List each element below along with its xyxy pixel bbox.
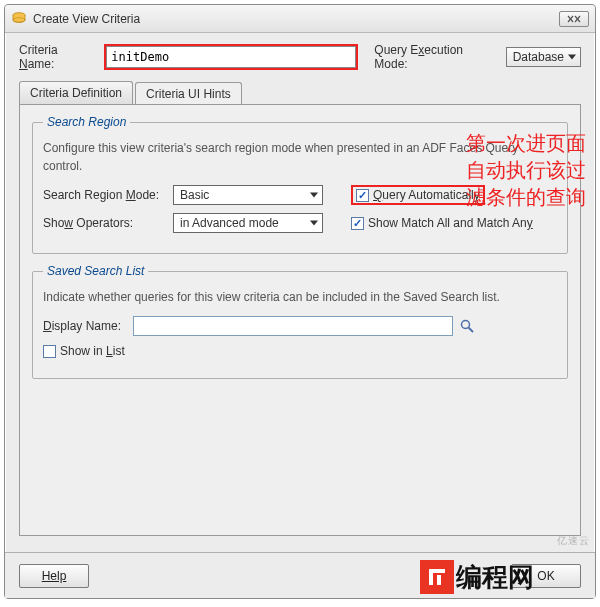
- search-region-fieldset: Search Region Configure this view criter…: [32, 115, 568, 254]
- query-auto-checkbox[interactable]: [356, 189, 369, 202]
- dialog-footer: Help OK: [5, 552, 595, 598]
- display-name-input[interactable]: [133, 316, 453, 336]
- search-mode-row: Search Region Mode: Basic Query Automati…: [43, 185, 557, 205]
- titlebar: Create View Criteria: [5, 5, 595, 33]
- search-mode-label: Search Region Mode:: [43, 188, 173, 202]
- search-region-legend: Search Region: [43, 115, 130, 129]
- ok-button[interactable]: OK: [511, 564, 581, 588]
- close-icon: [564, 14, 584, 24]
- show-operators-label: Show Operators:: [43, 216, 173, 230]
- query-auto-label: Query Automatically: [373, 188, 480, 202]
- svg-line-7: [469, 328, 474, 333]
- search-icon[interactable]: [459, 318, 475, 334]
- exec-mode-label: Query Execution Mode:: [374, 43, 499, 71]
- search-mode-select[interactable]: Basic: [173, 185, 323, 205]
- search-region-description: Configure this view criteria's search re…: [43, 139, 557, 175]
- show-match-all-checkbox[interactable]: [351, 217, 364, 230]
- criteria-name-row: Criteria Name: Query Execution Mode: Dat…: [19, 43, 581, 71]
- show-in-list-label: Show in List: [60, 344, 125, 358]
- dialog-content: Criteria Name: Query Execution Mode: Dat…: [5, 33, 595, 536]
- saved-search-fieldset: Saved Search List Indicate whether queri…: [32, 264, 568, 379]
- criteria-name-input[interactable]: [106, 46, 356, 68]
- help-button[interactable]: Help: [19, 564, 89, 588]
- search-mode-value: Basic: [180, 188, 209, 202]
- query-auto-highlight: Query Automatically: [351, 185, 485, 205]
- show-operators-row: Show Operators: in Advanced mode Show Ma…: [43, 213, 557, 233]
- dialog-window: Create View Criteria Criteria Name: Quer…: [4, 4, 596, 599]
- close-button[interactable]: [559, 11, 589, 27]
- svg-point-6: [462, 321, 470, 329]
- criteria-name-highlight: [104, 44, 358, 70]
- show-operators-select[interactable]: in Advanced mode: [173, 213, 323, 233]
- show-match-all-label: Show Match All and Match Any: [368, 216, 533, 230]
- tab-criteria-definition[interactable]: Criteria Definition: [19, 81, 133, 104]
- show-in-list-row: Show in List: [43, 344, 557, 358]
- saved-search-description: Indicate whether queries for this view c…: [43, 288, 557, 306]
- tab-panel-ui-hints: Search Region Configure this view criter…: [19, 104, 581, 536]
- exec-mode-select[interactable]: Database: [506, 47, 581, 67]
- show-in-list-checkbox[interactable]: [43, 345, 56, 358]
- exec-mode-value: Database: [513, 50, 564, 64]
- show-operators-value: in Advanced mode: [180, 216, 279, 230]
- tab-criteria-ui-hints[interactable]: Criteria UI Hints: [135, 82, 242, 105]
- watermark-text: 亿速云: [557, 534, 590, 548]
- show-match-all-group: Show Match All and Match Any: [351, 216, 533, 230]
- display-name-label: Display Name:: [43, 319, 133, 333]
- criteria-name-label: Criteria Name:: [19, 43, 96, 71]
- window-title: Create View Criteria: [33, 12, 559, 26]
- tabs: Criteria Definition Criteria UI Hints: [19, 81, 581, 104]
- app-icon: [11, 11, 27, 27]
- display-name-row: Display Name:: [43, 316, 557, 336]
- saved-search-legend: Saved Search List: [43, 264, 148, 278]
